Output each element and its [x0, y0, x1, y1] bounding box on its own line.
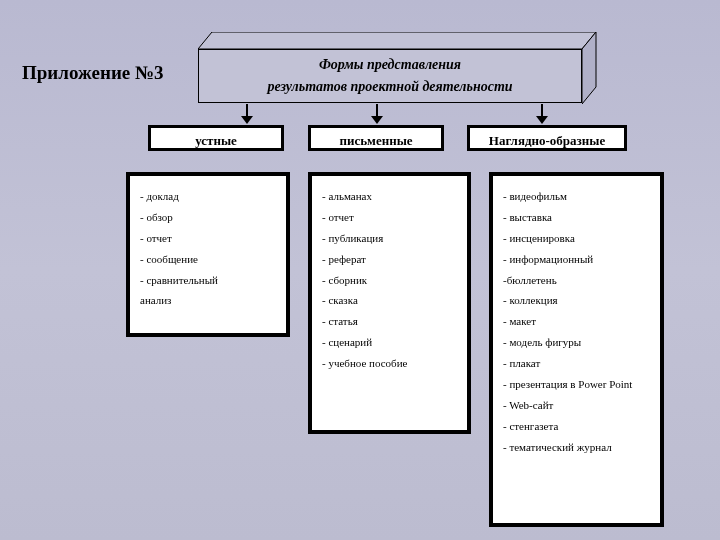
page-title: Приложение №3 [22, 62, 164, 84]
top-box: Формы представления результатов проектно… [198, 32, 596, 104]
list-item: анализ [140, 290, 276, 311]
svg-marker-7 [536, 116, 548, 124]
list-item: - коллекция [503, 290, 650, 311]
list-item: - презентация в Power Point [503, 374, 650, 395]
list-item: - сборник [322, 270, 457, 291]
arrow-down-icon [535, 104, 549, 124]
list-visual: - видеофильм- выставка- инсценировка- ин… [489, 172, 664, 527]
arrow-down-icon [370, 104, 384, 124]
list-item: - видеофильм [503, 186, 650, 207]
list-item: - информационный [503, 249, 650, 270]
list-item: - модель фигуры [503, 332, 650, 353]
list-item: - Web-сайт [503, 395, 650, 416]
list-item: - инсценировка [503, 228, 650, 249]
list-item: - выставка [503, 207, 650, 228]
list-item: - альманах [322, 186, 457, 207]
list-item: - публикация [322, 228, 457, 249]
list-item: - плакат [503, 353, 650, 374]
list-item: - отчет [140, 228, 276, 249]
category-visual: Наглядно-образные [467, 125, 627, 151]
list-oral: - доклад- обзор- отчет- сообщение- сравн… [126, 172, 290, 337]
list-item: - сказка [322, 290, 457, 311]
svg-marker-1 [582, 32, 596, 104]
list-item: - тематический журнал [503, 437, 650, 458]
top-box-face: Формы представления результатов проектно… [198, 49, 582, 103]
list-item: - доклад [140, 186, 276, 207]
top-box-line2: результатов проектной деятельности [199, 76, 581, 98]
list-item: - отчет [322, 207, 457, 228]
list-item: - сообщение [140, 249, 276, 270]
list-written: - альманах- отчет- публикация- реферат- … [308, 172, 471, 434]
list-item: - учебное пособие [322, 353, 457, 374]
category-oral: устные [148, 125, 284, 151]
top-box-3d-top [198, 32, 596, 49]
list-item: - обзор [140, 207, 276, 228]
list-item: - сценарий [322, 332, 457, 353]
top-box-3d-side [582, 32, 596, 104]
list-item: - стенгазета [503, 416, 650, 437]
list-item: - макет [503, 311, 650, 332]
svg-marker-0 [198, 32, 596, 49]
svg-marker-5 [371, 116, 383, 124]
top-box-line1: Формы представления [199, 54, 581, 76]
list-item: - реферат [322, 249, 457, 270]
list-item: -бюллетень [503, 270, 650, 291]
list-item: - сравнительный [140, 270, 276, 291]
category-written: письменные [308, 125, 444, 151]
svg-marker-3 [241, 116, 253, 124]
arrow-down-icon [240, 104, 254, 124]
list-item: - статья [322, 311, 457, 332]
